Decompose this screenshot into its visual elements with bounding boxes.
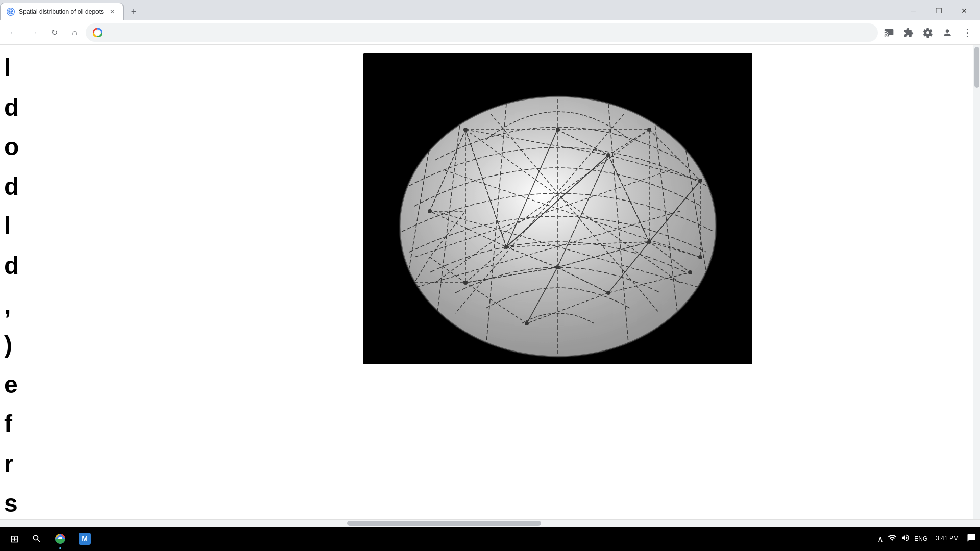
language-indicator[interactable]: ENG [914, 535, 927, 542]
visualization-container [363, 53, 752, 364]
refresh-button[interactable]: ↻ [45, 23, 63, 42]
browser-window: Spatial distribution of oil depots ✕ + ─… [0, 0, 980, 551]
sound-icon[interactable] [901, 533, 910, 544]
left-char-6: d [4, 251, 143, 281]
network-icon[interactable] [888, 533, 897, 544]
svg-point-7 [400, 96, 716, 357]
clock-time: 3:41 PM [936, 535, 959, 543]
left-char-7: , [4, 291, 143, 320]
minimize-button[interactable]: ─ [901, 3, 925, 19]
svg-point-18 [555, 265, 559, 269]
start-button[interactable]: ⊞ [4, 529, 24, 549]
svg-point-20 [525, 321, 529, 325]
svg-point-10 [647, 128, 651, 132]
horizontal-scrollbar[interactable] [0, 519, 980, 527]
menu-icon-button[interactable]: ⋮ [958, 23, 976, 42]
new-tab-button[interactable]: + [126, 5, 142, 19]
forward-button[interactable]: → [24, 23, 43, 42]
search-button[interactable] [27, 529, 47, 549]
active-tab[interactable]: Spatial distribution of oil depots ✕ [0, 3, 124, 20]
svg-point-9 [606, 153, 610, 157]
show-hidden-icons[interactable]: ∧ [877, 534, 884, 544]
tab-title: Spatial distribution of oil depots [19, 8, 104, 15]
svg-point-21 [688, 270, 692, 274]
left-char-9: e [4, 370, 143, 399]
taskbar-malwarebytes-app[interactable]: M [74, 528, 96, 550]
svg-point-13 [647, 240, 651, 244]
extensions-icon-button[interactable] [899, 23, 918, 42]
scrollbar-thumb[interactable] [974, 47, 979, 88]
profile-icon-button[interactable] [938, 23, 957, 42]
browser-toolbar: ← → ↻ ⌂ [0, 20, 980, 45]
address-input[interactable] [107, 29, 871, 37]
left-text-column: l d o d l d , ) e f r s [0, 45, 143, 519]
svg-point-11 [463, 128, 468, 132]
svg-point-14 [698, 179, 702, 183]
page-content: l d o d l d , ) e f r s [0, 45, 980, 519]
taskbar-chrome-app[interactable] [49, 528, 71, 550]
main-content [143, 45, 973, 519]
cast-icon-button[interactable] [880, 23, 898, 42]
vertical-scrollbar[interactable] [973, 45, 980, 519]
svg-text:M: M [82, 535, 88, 543]
horizontal-scrollbar-thumb[interactable] [347, 521, 541, 526]
settings-icon-button[interactable] [919, 23, 937, 42]
svg-point-8 [556, 128, 560, 132]
left-char-11: r [4, 449, 143, 479]
left-char-12: s [4, 489, 143, 518]
left-char-3: o [4, 132, 143, 162]
system-clock[interactable]: 3:41 PM [932, 533, 963, 545]
left-char-8: ) [4, 330, 143, 360]
tab-bar: Spatial distribution of oil depots ✕ + ─… [0, 0, 980, 20]
toolbar-right: ⋮ [880, 23, 976, 42]
home-button[interactable]: ⌂ [65, 23, 84, 42]
svg-point-3 [95, 30, 100, 35]
svg-point-19 [606, 291, 610, 295]
google-icon [92, 28, 103, 38]
notification-button[interactable] [967, 533, 976, 544]
svg-point-16 [428, 209, 432, 213]
tab-close-button[interactable]: ✕ [108, 7, 117, 16]
system-tray: ∧ ENG 3:41 PM [877, 533, 976, 545]
geodesic-visualization [363, 53, 752, 364]
svg-point-17 [463, 281, 468, 285]
address-bar[interactable] [86, 23, 878, 42]
left-char-4: d [4, 172, 143, 202]
svg-point-15 [698, 255, 702, 259]
left-char-2: d [4, 93, 143, 122]
back-button[interactable]: ← [4, 23, 22, 42]
svg-point-12 [504, 245, 508, 249]
close-button[interactable]: ✕ [952, 3, 976, 19]
maximize-button[interactable]: ❐ [927, 3, 950, 19]
tab-bar-right: ─ ❐ ✕ [142, 3, 980, 20]
tab-favicon [7, 8, 15, 16]
left-char-5: l [4, 211, 143, 241]
left-char-1: l [4, 53, 143, 83]
left-char-10: f [4, 409, 143, 439]
taskbar: ⊞ M ∧ [0, 527, 980, 551]
